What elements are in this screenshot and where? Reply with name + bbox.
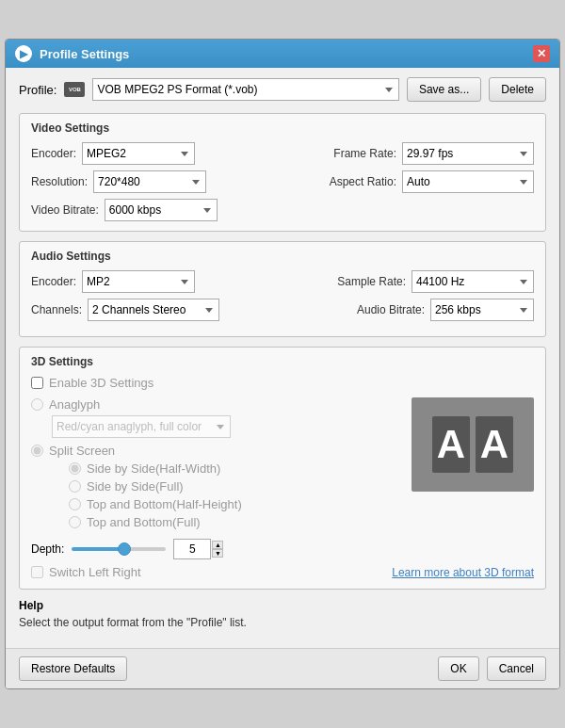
video-settings-section: Video Settings Encoder: MPEG2 Frame Rate…	[19, 113, 546, 232]
split-screen-label[interactable]: Split Screen	[49, 444, 115, 458]
d3-settings-section: 3D Settings Enable 3D Settings Anaglyph …	[19, 347, 546, 590]
app-icon: ▶	[15, 45, 32, 62]
anaglyph-type-select[interactable]: Red/cyan anaglyph, full color	[52, 415, 231, 438]
enable-3d-checkbox[interactable]	[31, 377, 43, 389]
side-by-side-full-label[interactable]: Side by Side(Full)	[87, 479, 184, 493]
anaglyph-row: Anaglyph	[31, 397, 402, 412]
enable-3d-label[interactable]: Enable 3D Settings	[49, 376, 153, 390]
ok-button[interactable]: OK	[438, 656, 478, 681]
top-bottom-half-label[interactable]: Top and Bottom(Half-Height)	[87, 497, 242, 511]
audio-settings-section: Audio Settings Encoder: MP2 Sample Rate:…	[19, 241, 546, 337]
audio-encoder-label: Encoder:	[31, 275, 76, 288]
switch-left-right-label[interactable]: Switch Left Right	[49, 565, 141, 579]
save-as-button[interactable]: Save as...	[407, 77, 481, 102]
delete-button[interactable]: Delete	[489, 77, 546, 102]
audio-encoder-select[interactable]: MP2	[82, 270, 195, 293]
depth-spinner: ▲ ▼	[212, 541, 223, 558]
video-bitrate-row: Video Bitrate: 6000 kbps	[31, 199, 534, 221]
cancel-button[interactable]: Cancel	[487, 656, 546, 681]
preview-letter-a1: A	[432, 416, 470, 473]
aspect-ratio-label: Aspect Ratio:	[330, 175, 396, 188]
profile-format-icon: VOB	[64, 82, 85, 97]
depth-row: Depth: 5 ▲ ▼	[31, 539, 223, 559]
video-settings-title: Video Settings	[31, 121, 534, 135]
d3-settings-title: 3D Settings	[31, 355, 534, 368]
restore-defaults-button[interactable]: Restore Defaults	[19, 656, 127, 681]
video-bitrate-label: Video Bitrate:	[31, 203, 99, 217]
d3-preview: A A	[412, 397, 534, 492]
side-by-side-half-row: Side by Side(Half-Width) Side by Side(Fu…	[69, 461, 402, 529]
switch-left-right-checkbox[interactable]	[31, 566, 43, 578]
resolution-label: Resolution:	[31, 175, 88, 188]
audio-encoder-samplerate-row: Encoder: MP2 Sample Rate: 44100 Hz	[31, 270, 534, 293]
profile-row: Profile: VOB VOB MPEG2 PS Format (*.vob)…	[19, 77, 546, 102]
split-screen-row: Split Screen	[31, 444, 402, 458]
resolution-select[interactable]: 720*480	[93, 170, 206, 193]
preview-letter-a2: A	[476, 416, 513, 473]
frame-rate-label: Frame Rate:	[333, 147, 396, 160]
footer: Restore Defaults OK Cancel	[6, 648, 559, 688]
audio-bitrate-label: Audio Bitrate:	[357, 303, 425, 316]
encoder-framerate-row: Encoder: MPEG2 Frame Rate: 29.97 fps	[31, 142, 534, 165]
top-bottom-half-radio[interactable]	[69, 498, 81, 510]
help-section: Help Select the output format from the "…	[19, 599, 546, 629]
depth-slider[interactable]	[72, 547, 166, 551]
top-bottom-full-label[interactable]: Top and Bottom(Full)	[87, 515, 201, 529]
switch-left-right-row: Switch Left Right	[31, 565, 223, 579]
anaglyph-radio[interactable]	[31, 398, 43, 411]
resolution-aspect-row: Resolution: 720*480 Aspect Ratio: Auto	[31, 170, 534, 193]
profile-select[interactable]: VOB MPEG2 PS Format (*.vob)	[92, 78, 398, 101]
aspect-ratio-select[interactable]: Auto	[402, 170, 534, 193]
help-title: Help	[19, 599, 546, 612]
title-bar: ▶ Profile Settings ✕	[6, 40, 559, 68]
frame-rate-select[interactable]: 29.97 fps	[402, 142, 534, 165]
d3-left-panel: Anaglyph Red/cyan anaglyph, full color S…	[31, 397, 402, 533]
dialog-title: Profile Settings	[40, 47, 525, 61]
depth-spinner-group: 5 ▲ ▼	[173, 539, 223, 559]
footer-right: OK Cancel	[438, 656, 546, 681]
dialog-window: ▶ Profile Settings ✕ Profile: VOB VOB MP…	[5, 39, 560, 689]
depth-value: 5	[173, 539, 211, 559]
channels-select[interactable]: 2 Channels Stereo	[88, 299, 219, 321]
d3-content: Anaglyph Red/cyan anaglyph, full color S…	[31, 397, 534, 533]
anaglyph-label[interactable]: Anaglyph	[49, 397, 100, 412]
channels-label: Channels:	[31, 303, 82, 316]
depth-thumb[interactable]	[118, 542, 131, 556]
profile-label: Profile:	[19, 83, 56, 97]
depth-spin-up[interactable]: ▲	[212, 541, 223, 549]
enable-3d-row: Enable 3D Settings	[31, 376, 534, 390]
top-bottom-full-radio[interactable]	[69, 516, 81, 528]
side-by-side-half-radio[interactable]	[69, 462, 81, 475]
sample-rate-select[interactable]: 44100 Hz	[412, 270, 534, 293]
sample-rate-label: Sample Rate:	[337, 275, 406, 288]
close-button[interactable]: ✕	[533, 45, 550, 62]
audio-bitrate-select[interactable]: 256 kbps	[430, 299, 534, 321]
encoder-label: Encoder:	[31, 147, 76, 160]
split-screen-radio[interactable]	[31, 445, 43, 457]
depth-spin-down[interactable]: ▼	[212, 549, 223, 558]
encoder-select[interactable]: MPEG2	[82, 142, 195, 165]
video-bitrate-select[interactable]: 6000 kbps	[105, 199, 218, 221]
audio-settings-title: Audio Settings	[31, 250, 534, 263]
d3-bottom-row: Depth: 5 ▲ ▼	[31, 533, 534, 579]
side-by-side-half-label[interactable]: Side by Side(Half-Width)	[87, 461, 220, 476]
depth-label: Depth:	[31, 542, 64, 556]
learn-more-link[interactable]: Learn more about 3D format	[392, 566, 534, 579]
help-text: Select the output format from the "Profi…	[19, 616, 546, 629]
channels-audiobitrate-row: Channels: 2 Channels Stereo Audio Bitrat…	[31, 299, 534, 321]
side-by-side-full-radio[interactable]	[69, 480, 81, 493]
